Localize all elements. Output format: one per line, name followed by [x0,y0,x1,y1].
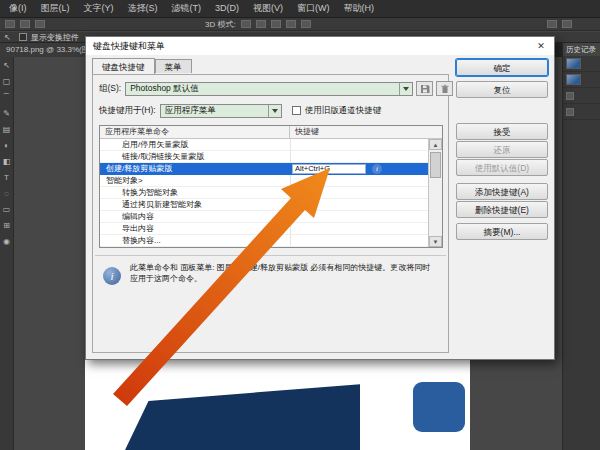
options-icon[interactable] [20,20,30,28]
table-row-selected[interactable]: 创建/释放剪贴蒙版 Alt+Ctrl+G i [100,163,428,175]
marquee-tool-icon[interactable]: ▢ [3,77,11,86]
ok-button[interactable]: 确定 [456,59,548,76]
menu-item-help[interactable]: 帮助(H) [337,0,382,17]
options-bar: 3D 模式: [0,18,600,31]
menu-item-window[interactable]: 窗口(W) [290,0,337,17]
type-tool-icon[interactable]: T [4,173,9,182]
use-default-button[interactable]: 使用默认值(D) [456,159,548,176]
scrollbar-thumb[interactable] [430,152,441,178]
shortcuts-for-label: 快捷键用于(H): [99,105,156,117]
column-header-shortcut: 快捷键 [290,126,442,138]
history-state-icon [566,92,574,100]
history-thumbnail [566,74,581,85]
menu-bar: 像(I) 图层(L) 文字(Y) 选择(S) 滤镜(T) 3D(D) 视图(V)… [0,0,600,18]
menu-item-view[interactable]: 视图(V) [246,0,290,17]
tab-menus[interactable]: 菜单 [155,59,192,73]
table-row[interactable]: 通过拷贝新建智能对象 [100,199,428,211]
tool-strip: ↖ ▢ ⌒ ✎ ▤ ◐ ◧ T ◌ ▭ ⊞ ◉ [0,57,14,450]
brush-tool-icon[interactable]: ◧ [3,157,11,166]
history-state-row[interactable] [563,88,600,104]
accept-button[interactable]: 接受 [456,123,548,140]
info-box: i 此菜单命令和 面板菜单: 图层 > 创建/释放剪贴蒙版 必须有相同的快捷键。… [95,255,446,305]
workspace-icon[interactable] [562,20,572,28]
show-transform-controls-checkbox[interactable] [19,33,27,41]
menu-item-layer[interactable]: 图层(L) [34,0,77,17]
move-tool-icon[interactable]: ↖ [3,61,10,70]
shortcuts-for-select[interactable]: 应用程序菜单 [160,104,282,118]
legacy-channel-shortcuts-label: 使用旧版通道快捷键 [305,105,382,117]
tab-keyboard-shortcuts[interactable]: 键盘快捷键 [92,58,155,74]
menu-item-3d[interactable]: 3D(D) [208,0,246,17]
crop-tool-icon[interactable]: ▤ [3,125,11,134]
dialog-title-bar[interactable]: 键盘快捷键和菜单 ✕ [86,37,554,55]
shape-tool-icon[interactable]: ▭ [3,205,11,214]
table-row[interactable]: 编辑内容 [100,211,428,223]
history-panel-title: 历史记录 [563,43,600,56]
shortcuts-for-value: 应用程序菜单 [165,105,268,117]
table-scrollbar[interactable]: ▲ ▼ [428,139,442,247]
zoom-tool-icon[interactable]: ◉ [3,237,10,246]
shortcut-set-select[interactable]: Photoshop 默认值 [125,82,413,96]
history-state-icon [566,108,574,116]
reset-button[interactable]: 复位 [456,81,548,98]
3d-mode-icon[interactable] [271,20,281,28]
hand-tool-icon[interactable]: ⊞ [3,221,10,230]
set-label: 组(S): [99,83,121,95]
delete-shortcut-button[interactable]: 删除快捷键(E) [456,201,548,218]
table-row[interactable]: 智能对象> [100,175,428,187]
menu-item-filter[interactable]: 滤镜(T) [165,0,209,17]
delete-set-icon[interactable] [436,81,453,96]
chevron-down-icon [399,83,412,95]
undo-button[interactable]: 还原 [456,141,548,158]
chevron-down-icon [268,105,281,117]
menu-item-select[interactable]: 选择(S) [121,0,165,17]
dialog-title: 键盘快捷键和菜单 [93,41,165,51]
history-state-row[interactable] [563,104,600,120]
history-state-row[interactable] [563,72,600,88]
options-icon[interactable] [5,20,15,28]
close-icon[interactable]: ✕ [528,37,554,55]
options-icon[interactable] [35,20,45,28]
save-set-icon[interactable] [416,81,433,96]
info-text: 此菜单命令和 面板菜单: 图层 > 创建/释放剪贴蒙版 必须有相同的快捷键。更改… [130,262,438,305]
lasso-tool-icon[interactable]: ⌒ [3,93,11,102]
table-row[interactable]: 替换内容... [100,235,428,247]
history-thumbnail [566,58,581,69]
table-row[interactable]: 导出内容 [100,223,428,235]
workspace-icons [542,20,572,28]
info-icon: i [103,267,121,285]
3d-mode-icon[interactable] [286,20,296,28]
table-row[interactable]: 启用/停用矢量蒙版 [100,139,428,151]
add-shortcut-button[interactable]: 添加快捷键(A) [456,183,548,200]
menu-item-type[interactable]: 文字(Y) [77,0,121,17]
column-header-command: 应用程序菜单命令 [100,126,290,138]
shortcuts-tab-panel: 组(S): Photoshop 默认值 快捷键用于(H): 应用程序菜单 使用旧… [92,74,449,353]
dialog-tabs: 键盘快捷键 菜单 [92,58,192,74]
history-state-row[interactable] [563,56,600,72]
shortcut-input[interactable]: Alt+Ctrl+G [292,164,366,174]
show-transform-controls-label: 显示变换控件 [31,32,79,43]
workspace-icon[interactable] [547,20,557,28]
summary-button[interactable]: 摘要(M)... [456,223,548,240]
history-panel: 历史记录 [562,43,600,450]
menu-item-image[interactable]: 像(I) [2,0,34,17]
table-row[interactable]: 转换为智能对象 [100,187,428,199]
shortcuts-table: 应用程序菜单命令 快捷键 启用/停用矢量蒙版 链接/取消链接矢量蒙版 创建/释放… [99,125,443,248]
keyboard-shortcuts-dialog: 键盘快捷键和菜单 ✕ 键盘快捷键 菜单 组(S): Photoshop 默认值 … [85,36,555,360]
legacy-channel-shortcuts-checkbox[interactable] [292,106,301,115]
table-body: 启用/停用矢量蒙版 链接/取消链接矢量蒙版 创建/释放剪贴蒙版 Alt+Ctrl… [100,139,428,247]
canvas-shape-navy [125,380,360,450]
eyedropper-tool-icon[interactable]: ◐ [4,141,9,150]
3d-mode-icon[interactable] [256,20,266,28]
shortcut-info-icon: i [372,164,382,174]
shortcut-set-value: Photoshop 默认值 [130,83,399,95]
move-tool-icon: ↖ [4,33,11,42]
3d-mode-icon[interactable] [301,20,311,28]
clone-tool-icon[interactable]: ◌ [4,189,9,198]
scroll-up-icon[interactable]: ▲ [429,139,442,150]
3d-mode-icon[interactable] [241,20,251,28]
pen-tool-icon[interactable]: ✎ [3,109,10,118]
table-header: 应用程序菜单命令 快捷键 [100,126,442,139]
table-row[interactable]: 链接/取消链接矢量蒙版 [100,151,428,163]
scroll-down-icon[interactable]: ▼ [429,236,442,247]
